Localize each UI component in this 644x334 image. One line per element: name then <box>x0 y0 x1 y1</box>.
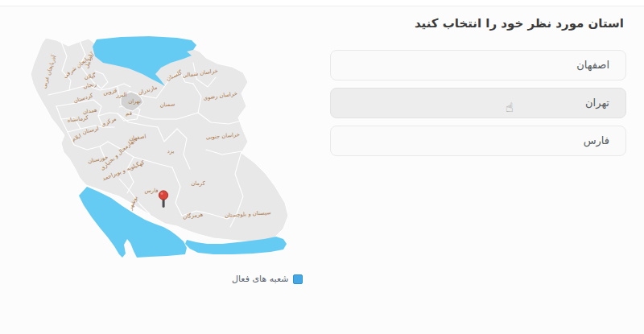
province-label: یزد <box>167 148 175 155</box>
province-label: فارس <box>145 188 159 194</box>
map-legend: شعبه های فعال <box>232 274 303 284</box>
province-button-fars[interactable]: فارس <box>330 126 626 156</box>
province-label: سمنان <box>159 101 175 109</box>
top-bar <box>0 0 644 6</box>
province-label: کرمان <box>191 180 205 187</box>
legend-label: شعبه های فعال <box>232 274 288 284</box>
province-list: اصفهان تهران فارس <box>330 50 626 156</box>
active-branch-swatch-icon <box>293 274 303 284</box>
province-button-tehran[interactable]: تهران <box>330 88 626 118</box>
province-button-isfahan[interactable]: اصفهان <box>330 50 626 80</box>
iran-map-svg: آذربایجان غربیآذربایجان شرقیاردبیلگیلانز… <box>16 32 314 274</box>
province-label: البرز <box>115 92 126 98</box>
iran-map[interactable]: آذربایجان غربیآذربایجان شرقیاردبیلگیلانز… <box>16 32 314 274</box>
province-label: تهران <box>128 98 141 105</box>
province-label: قم <box>126 110 132 117</box>
page-title: استان مورد نظر خود را انتخاب کنید <box>415 16 624 31</box>
